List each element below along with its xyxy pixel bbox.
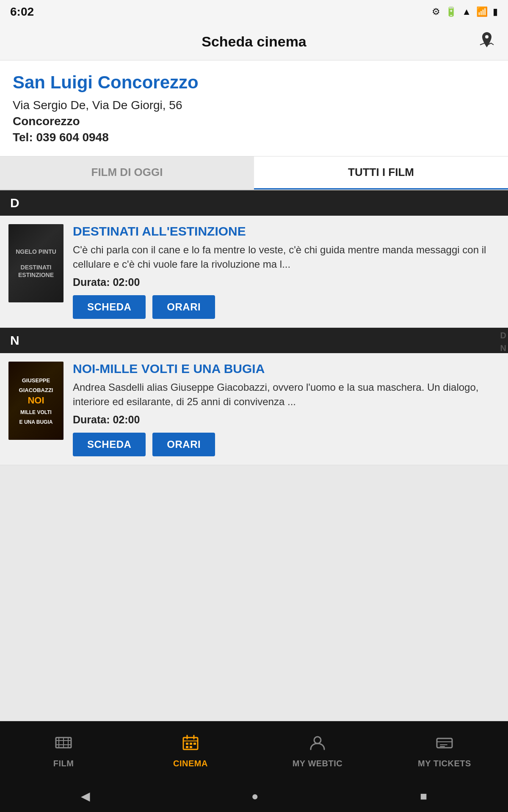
home-button[interactable]: ● (251, 790, 259, 803)
film-title-noi: NOI-MILLE VOLTI E UNA BUGIA (73, 362, 500, 376)
battery-charging-icon: 🔋 (445, 6, 457, 17)
orari-button-destinati[interactable]: ORARI (152, 295, 215, 319)
film-poster-noi: GIUSEPPEGIACOBAZZI NOI MILLE VOLTIE UNA … (8, 362, 64, 440)
svg-rect-12 (193, 743, 196, 745)
svg-point-15 (314, 737, 321, 743)
film-desc-noi: Andrea Sasdelli alias Giuseppe Giacobazz… (73, 380, 500, 409)
duration-label-n: Durata: (73, 414, 110, 425)
svg-rect-14 (190, 746, 192, 748)
film-card-destinati: NGELO PINTUDESTINATIESTINZIONE DESTINATI… (0, 216, 508, 328)
film-list: D NGELO PINTUDESTINATIESTINZIONE DESTINA… (0, 190, 508, 465)
nav-label-film: FILM (53, 759, 74, 768)
nav-label-mywebtic: MY WEBTIC (293, 759, 343, 768)
film-icon (54, 733, 73, 756)
tab-today-label: FILM DI OGGI (91, 166, 163, 179)
film-duration-noi: Durata: 02:00 (73, 414, 500, 426)
nav-item-mytickets[interactable]: MY TICKETS (381, 733, 508, 768)
top-bar: Scheda cinema (0, 23, 508, 60)
film-desc-destinati: C'è chi parla con il cane e lo fa mentre… (73, 243, 500, 271)
section-letter-n: N (10, 333, 19, 348)
film-buttons-destinati: SCHEDA ORARI (73, 295, 500, 319)
duration-label-d: Durata: (73, 276, 110, 288)
film-details-noi: NOI-MILLE VOLTI E UNA BUGIA Andrea Sasde… (73, 362, 500, 456)
settings-icon: ⚙ (432, 6, 440, 17)
status-icons: ⚙ 🔋 ▲ 📶 ▮ (432, 6, 498, 17)
film-duration-destinati: Durata: 02:00 (73, 276, 500, 288)
svg-rect-11 (190, 743, 192, 745)
nav-label-cinema: CINEMA (173, 759, 208, 768)
side-letter-d: D (500, 329, 506, 341)
cinema-info: San Luigi Concorezzo Via Sergio De, Via … (0, 60, 508, 156)
cinema-name: San Luigi Concorezzo (13, 72, 495, 93)
section-n: N GIUSEPPEGIACOBAZZI NOI MILLE VOLTIE UN… (0, 328, 508, 465)
signal-icon: 📶 (476, 6, 488, 17)
film-poster-destinati: NGELO PINTUDESTINATIESTINZIONE (8, 224, 64, 302)
cinema-icon (181, 733, 200, 756)
nav-item-cinema[interactable]: CINEMA (127, 733, 254, 768)
bottom-nav: FILM CINEMA MY WEBTIC (0, 721, 508, 780)
mywebtic-icon (308, 733, 327, 756)
orari-button-noi[interactable]: ORARI (152, 433, 215, 456)
section-header-d: D (0, 190, 508, 216)
duration-value-n: 02:00 (113, 414, 140, 425)
tabs: FILM DI OGGI TUTTI I FILM (0, 156, 508, 190)
svg-rect-13 (186, 746, 188, 748)
page-title: Scheda cinema (202, 33, 306, 50)
tab-film-di-oggi[interactable]: FILM DI OGGI (0, 156, 254, 189)
android-nav: ◀ ● ■ (0, 780, 508, 812)
scheda-button-destinati[interactable]: SCHEDA (73, 295, 146, 319)
tel-number: 039 604 0948 (36, 131, 108, 144)
film-details-destinati: DESTINATI ALL'ESTINZIONE C'è chi parla c… (73, 224, 500, 319)
tel-label: Tel: (13, 131, 33, 144)
content-area: San Luigi Concorezzo Via Sergio De, Via … (0, 60, 508, 721)
section-letter-d: D (10, 196, 19, 210)
tab-tutti-i-film[interactable]: TUTTI I FILM (254, 156, 508, 189)
status-time: 6:02 (10, 5, 34, 19)
side-letter-n: N (500, 342, 506, 354)
back-button[interactable]: ◀ (81, 789, 90, 803)
map-icon[interactable] (478, 30, 496, 53)
section-header-n: N (0, 328, 508, 353)
poster-text-d: NGELO PINTUDESTINATIESTINZIONE (12, 244, 60, 282)
recent-button[interactable]: ■ (420, 790, 427, 803)
tab-all-label: TUTTI I FILM (348, 166, 414, 179)
cinema-city: Concorezzo (13, 115, 495, 128)
cinema-address: Via Sergio De, Via De Giorgi, 56 (13, 99, 495, 112)
section-d: D NGELO PINTUDESTINATIESTINZIONE DESTINA… (0, 190, 508, 328)
nav-label-mytickets: MY TICKETS (418, 759, 471, 768)
poster-text-n: GIUSEPPEGIACOBAZZI NOI MILLE VOLTIE UNA … (16, 372, 57, 430)
mytickets-icon (435, 733, 454, 756)
film-title-destinati: DESTINATI ALL'ESTINZIONE (73, 224, 500, 239)
duration-value-d: 02:00 (113, 276, 140, 288)
battery-icon: ▮ (493, 6, 498, 17)
side-index: D N (499, 328, 508, 356)
film-card-noi: GIUSEPPEGIACOBAZZI NOI MILLE VOLTIE UNA … (0, 353, 508, 465)
scheda-button-noi[interactable]: SCHEDA (73, 433, 146, 456)
cinema-tel: Tel: 039 604 0948 (13, 131, 495, 144)
wifi-icon: ▲ (462, 6, 471, 17)
nav-item-mywebtic[interactable]: MY WEBTIC (254, 733, 381, 768)
film-buttons-noi: SCHEDA ORARI (73, 433, 500, 456)
status-bar: 6:02 ⚙ 🔋 ▲ 📶 ▮ (0, 0, 508, 23)
svg-rect-10 (186, 743, 188, 745)
nav-item-film[interactable]: FILM (0, 733, 127, 768)
